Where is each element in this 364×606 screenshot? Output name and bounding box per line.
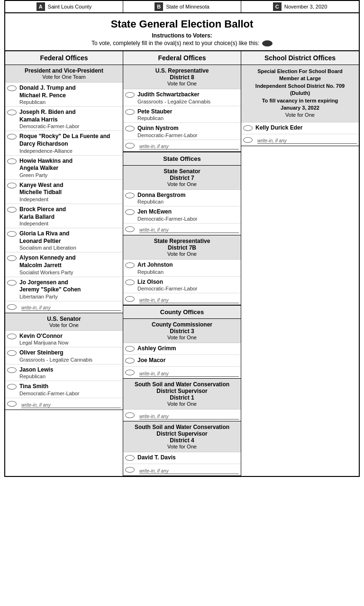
race-soil4-name: South Soil and Water ConservationDistric… bbox=[125, 424, 239, 444]
oval-writein-commissioner[interactable] bbox=[125, 370, 135, 375]
oval-lariva[interactable] bbox=[7, 231, 17, 237]
cand-name-schwartzbacker: Judith Schwartzbacker bbox=[137, 91, 239, 99]
instructions-detail: To vote, completely fill in the oval(s) … bbox=[9, 40, 355, 47]
instructions-heading: Instructions to Voters: bbox=[9, 32, 355, 39]
oval-writein-usrep[interactable] bbox=[125, 143, 135, 149]
oval-macor[interactable] bbox=[125, 358, 135, 364]
county-offices-heading: County Offices bbox=[123, 305, 241, 319]
race-soil1: South Soil and Water ConservationDistric… bbox=[123, 379, 241, 421]
writein-label-president: write-in, if any bbox=[21, 305, 51, 310]
oval-eder[interactable] bbox=[243, 125, 253, 131]
oval-grimm[interactable] bbox=[125, 346, 135, 352]
candidate-mcewen: Jen McEwen Democratic-Farmer-Labor bbox=[123, 206, 241, 224]
oval-west[interactable] bbox=[7, 183, 17, 188]
oval-writein-ussenator[interactable] bbox=[7, 401, 17, 407]
cand-party-jorgensen: Libertarian Party bbox=[19, 294, 121, 299]
writein-soil4: write-in, if any bbox=[123, 464, 241, 475]
oval-writein-schoolboard[interactable] bbox=[243, 137, 253, 143]
race-staterep-title: State RepresentativeDistrict 7B Vote for… bbox=[123, 235, 241, 260]
race-soil1-name: South Soil and Water ConservationDistric… bbox=[125, 381, 239, 401]
oval-pierce[interactable] bbox=[7, 207, 17, 213]
oval-stauber[interactable] bbox=[125, 109, 135, 115]
writein-president: write-in, if any bbox=[5, 301, 123, 313]
writein-label-soil1: write-in, if any bbox=[139, 414, 169, 419]
oval-writein-soil1[interactable] bbox=[125, 412, 135, 418]
header-bar: A Saint Louis County B State of Minnesot… bbox=[5, 1, 359, 13]
oval-jorgensen[interactable] bbox=[7, 280, 17, 286]
oval-davis[interactable] bbox=[125, 455, 135, 461]
oval-writein-president[interactable] bbox=[7, 304, 17, 310]
cand-party-kennedy: Socialist Workers Party bbox=[19, 270, 121, 275]
candidate-schwartzbacker: Judith Schwartzbacker Grassroots - Legal… bbox=[123, 89, 241, 106]
candidate-pierce: Brock Pierce andKarla Ballard Independen… bbox=[5, 204, 123, 228]
race-soil4-title: South Soil and Water ConservationDistric… bbox=[123, 421, 241, 452]
cand-party-nystrom: Democratic-Farmer-Labor bbox=[137, 132, 239, 138]
cand-name-smith: Tina Smith bbox=[19, 383, 121, 391]
oval-kennedy[interactable] bbox=[7, 255, 17, 261]
writein-schoolboard: write-in, if any bbox=[241, 134, 359, 146]
cand-party-lariva: Socialism and Liberation bbox=[19, 245, 121, 251]
oval-mcewen[interactable] bbox=[125, 209, 135, 215]
oval-biden[interactable] bbox=[7, 110, 17, 115]
oval-trump[interactable] bbox=[7, 85, 17, 91]
race-schoolboard-votefor: Vote for One bbox=[285, 112, 315, 118]
writein-label-staterep: write-in, if any bbox=[139, 298, 169, 303]
oval-delafuente[interactable] bbox=[7, 134, 17, 140]
race-staterep: State RepresentativeDistrict 7B Vote for… bbox=[123, 235, 241, 305]
cand-name-lariva: Gloria La Riva andLeonard Peltier bbox=[19, 230, 121, 245]
race-ussenator-votefor: Vote for One bbox=[7, 322, 121, 328]
race-president-name: President and Vice-President bbox=[7, 67, 121, 74]
candidate-lewis: Jason Lewis Republican bbox=[5, 364, 123, 382]
candidate-delafuente: Roque "Rocky" De La Fuente andDarcy Rich… bbox=[5, 131, 123, 155]
col2-header: Federal Offices bbox=[123, 51, 241, 65]
oval-writein-staterep[interactable] bbox=[125, 296, 135, 302]
race-president-votefor: Vote for One Team bbox=[7, 74, 121, 80]
cand-name-west: Kanye West andMichelle Tidball bbox=[19, 182, 121, 196]
cand-party-oconnor: Legal Marijuana Now bbox=[19, 340, 121, 345]
oval-schwartzbacker[interactable] bbox=[125, 92, 135, 98]
ballot-page: A Saint Louis County B State of Minnesot… bbox=[4, 0, 360, 477]
header-right: C November 3, 2020 bbox=[241, 1, 359, 12]
race-schoolboard-title: Special Election For School BoardMember … bbox=[241, 65, 359, 122]
race-president: President and Vice-President Vote for On… bbox=[5, 65, 123, 313]
oval-hawkins[interactable] bbox=[7, 158, 17, 164]
race-usrep-name: U.S. RepresentativeDistrict 8 bbox=[125, 67, 239, 81]
oval-bergstrom[interactable] bbox=[125, 193, 135, 198]
oval-johnston[interactable] bbox=[125, 262, 135, 268]
oval-nystrom[interactable] bbox=[125, 126, 135, 131]
writein-label-soil4: write-in, if any bbox=[139, 468, 169, 474]
oval-smith[interactable] bbox=[7, 384, 17, 390]
race-ussenator: U.S. Senator Vote for One Kevin O'Connor… bbox=[5, 313, 123, 410]
cand-party-bergstrom: Republican bbox=[137, 199, 239, 205]
oval-olson[interactable] bbox=[125, 280, 135, 285]
race-commissioner-name: County CommissionerDistrict 3 bbox=[125, 321, 239, 335]
race-soil1-votefor: Vote for One bbox=[125, 401, 239, 407]
writein-statesenator: write-in, if any bbox=[123, 224, 241, 235]
race-ussenator-title: U.S. Senator Vote for One bbox=[5, 313, 123, 331]
header-letter-b: B bbox=[155, 2, 163, 11]
column-2: Federal Offices U.S. RepresentativeDistr… bbox=[123, 51, 241, 476]
writein-ussenator: write-in, if any bbox=[5, 398, 123, 410]
race-soil4: South Soil and Water ConservationDistric… bbox=[123, 421, 241, 476]
state-offices-heading: State Offices bbox=[123, 152, 241, 166]
candidate-lariva: Gloria La Riva andLeonard Peltier Social… bbox=[5, 228, 123, 252]
oval-steinberg[interactable] bbox=[7, 350, 17, 356]
candidate-stauber: Pete Stauber Republican bbox=[123, 106, 241, 123]
race-statesenator-name: State SenatorDistrict 7 bbox=[125, 168, 239, 181]
oval-writein-statesenator[interactable] bbox=[125, 226, 135, 232]
cand-party-hawkins: Green Party bbox=[19, 172, 121, 178]
cand-party-west: Independent bbox=[19, 196, 121, 202]
writein-soil1: write-in, if any bbox=[123, 410, 241, 421]
candidate-grimm: Ashley Grimm bbox=[123, 343, 241, 355]
cand-party-lewis: Republican bbox=[19, 373, 121, 379]
oval-writein-soil4[interactable] bbox=[125, 467, 135, 473]
oval-oconnor[interactable] bbox=[7, 334, 17, 339]
column-1: Federal Offices President and Vice-Presi… bbox=[5, 51, 123, 476]
cand-name-davis: David T. Davis bbox=[137, 454, 239, 462]
oval-lewis[interactable] bbox=[7, 367, 17, 373]
candidate-biden: Joseph R. Biden andKamala Harris Democra… bbox=[5, 107, 123, 131]
race-president-title: President and Vice-President Vote for On… bbox=[5, 65, 123, 83]
candidate-olson: Liz Olson Democratic-Farmer-Labor bbox=[123, 277, 241, 294]
cand-party-steinberg: Grassroots - Legalize Cannabis bbox=[19, 357, 121, 363]
candidate-smith: Tina Smith Democratic-Farmer-Labor bbox=[5, 381, 123, 398]
